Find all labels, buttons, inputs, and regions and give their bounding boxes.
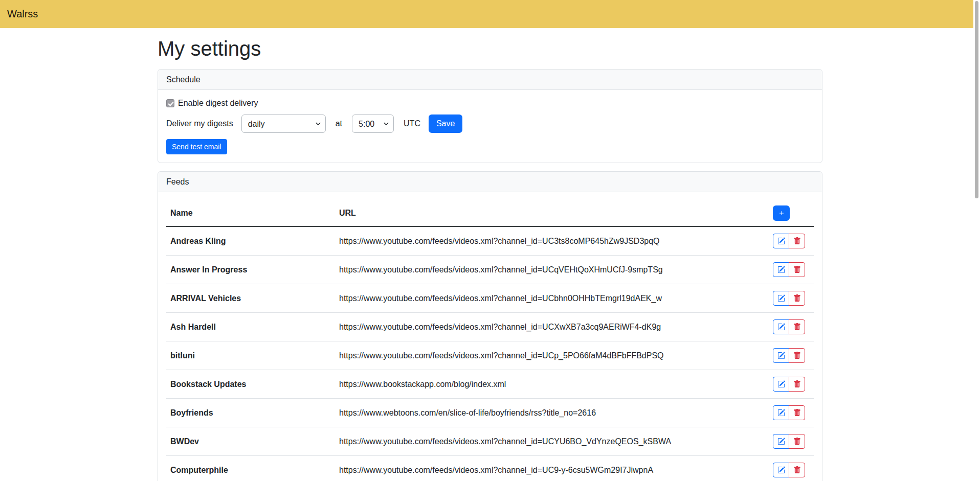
deliver-row: Deliver my digests daily at 5:00 UTC Sav… [166,114,814,133]
feed-name: Bookstack Updates [166,370,335,399]
schedule-card-body: Enable digest delivery Deliver my digest… [158,90,822,163]
edit-feed-button[interactable] [773,377,789,392]
deliver-label: Deliver my digests [166,119,233,128]
feed-url: https://www.webtoons.com/en/slice-of-lif… [335,399,769,427]
delete-feed-button[interactable] [789,434,805,449]
table-row: Answer In Progress https://www.youtube.c… [166,256,814,284]
at-label: at [336,119,342,128]
page-title: My settings [158,36,822,61]
trash-icon [793,352,801,359]
pencil-square-icon [777,323,785,331]
enable-digest-label: Enable digest delivery [178,99,258,108]
row-actions [773,291,805,306]
trash-icon [793,466,801,474]
column-header-url: URL [335,200,769,226]
feed-name: BWDev [166,427,335,456]
app-brand[interactable]: Walrss [7,8,38,20]
enable-digest-row: Enable digest delivery [166,98,814,108]
column-header-name: Name [166,200,335,226]
edit-feed-button[interactable] [773,434,789,449]
feeds-table-head: Name URL [166,200,814,226]
feed-name: Andreas Kling [166,226,335,256]
row-actions [773,377,805,392]
row-actions [773,348,805,363]
utc-label: UTC [404,119,420,128]
edit-feed-button[interactable] [773,348,789,363]
feed-url: https://www.youtube.com/feeds/videos.xml… [335,284,769,313]
feed-name: bitluni [166,341,335,370]
row-actions [773,463,805,477]
row-actions [773,319,805,334]
feeds-table-body: Andreas Kling https://www.youtube.com/fe… [166,226,814,481]
main-container: My settings Schedule Enable digest deliv… [158,28,822,481]
row-actions [773,262,805,277]
feed-url: https://www.youtube.com/feeds/videos.xml… [335,313,769,341]
frequency-select-wrap: daily [241,114,326,133]
scrollbar-thumb[interactable] [975,1,978,198]
edit-feed-button[interactable] [773,405,789,420]
edit-feed-button[interactable] [773,463,789,477]
feeds-card-header: Feeds [158,172,822,192]
feed-url: https://www.youtube.com/feeds/videos.xml… [335,256,769,284]
feed-url: https://www.bookstackapp.com/blog/index.… [335,370,769,399]
feeds-card: Feeds Name URL Andreas Kling ht [158,171,822,481]
table-row: Bookstack Updates https://www.bookstacka… [166,370,814,399]
trash-icon [793,438,801,445]
delete-feed-button[interactable] [789,377,805,392]
table-row: bitluni https://www.youtube.com/feeds/vi… [166,341,814,370]
feed-name: Computerphile [166,456,335,481]
trash-icon [793,266,801,273]
enable-digest-checkbox[interactable] [166,99,174,107]
feed-url: https://www.youtube.com/feeds/videos.xml… [335,427,769,456]
row-actions [773,234,805,248]
trash-icon [793,237,801,245]
schedule-card-header: Schedule [158,70,822,90]
pencil-square-icon [777,294,785,302]
delete-feed-button[interactable] [789,463,805,477]
add-feed-button[interactable] [773,205,790,221]
edit-feed-button[interactable] [773,319,789,334]
scrollbar[interactable] [973,0,980,481]
send-test-email-button[interactable]: Send test email [166,139,227,154]
feed-name: ARRIVAL Vehicles [166,284,335,313]
table-row: Andreas Kling https://www.youtube.com/fe… [166,226,814,256]
feed-name: Answer In Progress [166,256,335,284]
table-row: Ash Hardell https://www.youtube.com/feed… [166,313,814,341]
trash-icon [793,409,801,417]
delete-feed-button[interactable] [789,405,805,420]
delete-feed-button[interactable] [789,319,805,334]
feeds-table: Name URL Andreas Kling https://www.youtu… [166,200,814,481]
feeds-card-body: Name URL Andreas Kling https://www.youtu… [158,192,822,481]
edit-feed-button[interactable] [773,234,789,248]
row-actions [773,405,805,420]
delete-feed-button[interactable] [789,262,805,277]
pencil-square-icon [777,352,785,359]
column-header-actions [769,200,814,226]
table-row: ARRIVAL Vehicles https://www.youtube.com… [166,284,814,313]
pencil-square-icon [777,266,785,273]
pencil-square-icon [777,237,785,245]
pencil-square-icon [777,380,785,388]
time-select[interactable]: 5:00 [352,114,394,133]
edit-feed-button[interactable] [773,262,789,277]
trash-icon [793,380,801,388]
feed-name: Boyfriends [166,399,335,427]
plus-icon [777,209,786,217]
feed-url: https://www.youtube.com/feeds/videos.xml… [335,226,769,256]
delete-feed-button[interactable] [789,291,805,306]
row-actions [773,434,805,449]
feed-url: https://www.youtube.com/feeds/videos.xml… [335,341,769,370]
table-row: Computerphile https://www.youtube.com/fe… [166,456,814,481]
trash-icon [793,323,801,331]
edit-feed-button[interactable] [773,291,789,306]
feed-url: https://www.youtube.com/feeds/videos.xml… [335,456,769,481]
delete-feed-button[interactable] [789,234,805,248]
time-select-wrap: 5:00 [352,114,394,133]
table-row: Boyfriends https://www.webtoons.com/en/s… [166,399,814,427]
navbar: Walrss [0,0,980,28]
pencil-square-icon [777,438,785,445]
trash-icon [793,294,801,302]
frequency-select[interactable]: daily [241,114,326,133]
save-button[interactable]: Save [429,114,462,133]
delete-feed-button[interactable] [789,348,805,363]
